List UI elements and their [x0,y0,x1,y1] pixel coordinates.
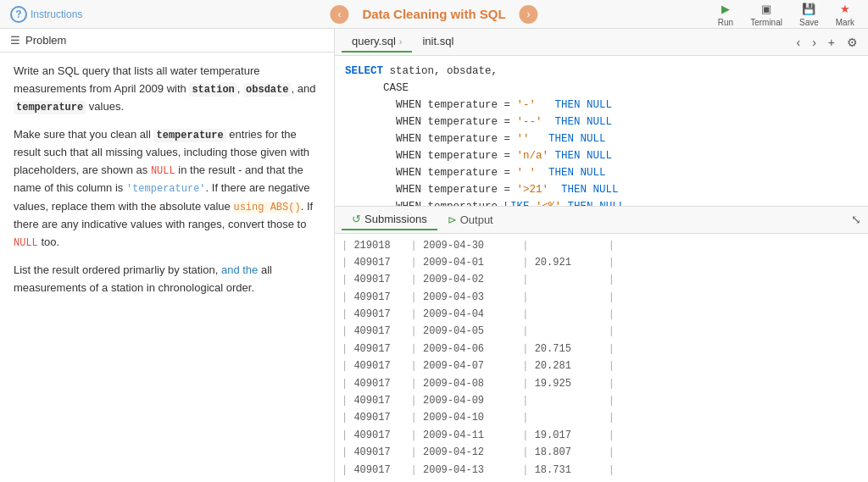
table-row: | 409017 | 2009-04-04 | | [342,306,861,323]
problem-tab[interactable]: ☰ Problem [0,29,334,53]
save-label: Save [799,18,819,27]
tab-output[interactable]: ⊳ Output [437,210,504,230]
tab-settings-button[interactable]: ⚙ [843,34,861,51]
table-row: | 409017 | 2009-04-13 | 18.731 | [342,462,861,479]
table-row: | 409017 | 2009-04-11 | 19.017 | [342,427,861,444]
p2-temperature-code: temperature [153,129,225,142]
mark-icon: ★ [837,2,853,17]
table-row: | 409017 | 2009-04-07 | 20.281 | [342,357,861,374]
table-row: | 409017 | 2009-04-12 | 18.807 | [342,444,861,461]
tab-query-label: query.sql [352,35,396,47]
table-row: | 219018 | 2009-04-30 | | [342,237,861,254]
tab-add-button[interactable]: + [825,34,838,51]
instructions-icon: ? [10,6,27,23]
code-line-10: WHEN temperature LIKE '<%' THEN NULL [345,198,858,206]
problem-paragraph1: Write an SQL query that lists all water … [14,63,320,116]
submissions-label: Submissions [364,213,427,225]
prev-button[interactable]: ‹ [330,5,348,24]
code-line-9: WHEN temperature = '>21' THEN NULL [345,181,858,198]
next-button[interactable]: › [520,5,538,24]
code-line-3: CASE [345,80,858,97]
p3-list: List the result ordered primarliy by sta… [14,263,221,276]
save-icon: 💾 [801,2,816,17]
tab-init-sql[interactable]: init.sql [412,31,464,53]
code-line-1: SELECT station, obsdate, [345,63,858,80]
right-panel: query.sql › init.sql ‹ › + ⚙ SELECT stat… [335,29,868,482]
page-title: Data Cleaning with SQL [362,7,505,21]
p2-null1: NULL [151,165,175,177]
tab-actions: ‹ › + ⚙ [793,34,861,51]
bottom-tab-right: ⤡ [851,213,861,226]
table-row: | 409017 | 2009-04-08 | 19.925 | [342,375,861,392]
problem-paragraph3: List the result ordered primarliy by sta… [14,262,320,297]
mark-label: Mark [836,18,854,27]
save-button[interactable]: 💾 Save [793,0,826,29]
p2-colname: 'temperature' [126,183,206,195]
bottom-tabs: ↺ Submissions ⊳ Output ⤡ [335,207,868,234]
problem-p1-comma1: , [237,82,243,95]
toolbar-right: ▶ Run ▣ Terminal 💾 Save ★ Mark [711,0,868,29]
tab-back-button[interactable]: ‹ [793,34,804,51]
run-label: Run [718,18,733,27]
problem-paragraph2: Make sure that you clean all temperature… [14,126,320,252]
title-section: ‹ Data Cleaning with SQL › [330,5,537,24]
output-table: | 219018 | 2009-04-30 | || 409017 | 2009… [335,234,868,482]
expand-button[interactable]: ⤡ [851,213,861,226]
problem-p1-obsdate: obsdate [243,83,291,97]
tab-init-label: init.sql [422,35,453,47]
p3-and: and the [221,263,258,276]
table-row: | 409017 | 2009-04-01 | 20.921 | [342,254,861,271]
problem-p1-station: station [189,83,236,97]
problem-tab-label: Problem [25,34,66,47]
tab-query-sql[interactable]: query.sql › [342,31,412,53]
table-row: | 409017 | 2009-04-06 | 20.715 | [342,341,861,357]
bottom-panel: ↺ Submissions ⊳ Output ⤡ | 219018 | 2009… [335,206,868,482]
code-line-6: WHEN temperature = '' THEN NULL [345,130,858,147]
instructions-label: Instructions [31,8,82,20]
problem-icon: ☰ [10,34,20,47]
output-icon: ⊳ [448,213,457,226]
main-layout: ☰ Problem Write an SQL query that lists … [0,29,868,482]
table-row: | 409017 | 2009-04-02 | | [342,271,861,288]
editor-tabs: query.sql › init.sql ‹ › + ⚙ [335,29,868,56]
p2-make: Make sure that you clean all [14,128,153,141]
code-line-5: WHEN temperature = '--' THEN NULL [345,114,858,130]
code-editor[interactable]: SELECT station, obsdate, CASE WHEN tempe… [335,56,868,206]
terminal-icon: ▣ [759,2,774,17]
table-row: | 409017 | 2009-04-10 | | [342,409,861,426]
submissions-icon: ↺ [352,213,361,225]
left-panel: ☰ Problem Write an SQL query that lists … [0,29,335,482]
table-row: | 409017 | 2009-04-09 | | [342,392,861,409]
instructions-section[interactable]: ? Instructions [0,6,92,23]
tab-forward-button[interactable]: › [809,34,820,51]
code-line-4: WHEN temperature = '-' THEN NULL [345,97,858,114]
table-row: | 409017 | 2009-04-05 | | [342,323,861,340]
problem-p1-end: values. [86,100,124,113]
problem-content: Write an SQL query that lists all water … [0,53,334,317]
code-line-7: WHEN temperature = 'n/a' THEN NULL [345,147,858,164]
tab-query-arrow: › [399,36,403,47]
run-icon: ▶ [718,2,733,17]
tab-submissions[interactable]: ↺ Submissions [342,209,437,230]
mark-button[interactable]: ★ Mark [829,0,861,29]
p2-end2: too. [38,235,59,248]
p2-null2: NULL [14,237,38,249]
top-bar: ? Instructions ‹ Data Cleaning with SQL … [0,0,868,29]
terminal-button[interactable]: ▣ Terminal [743,0,789,29]
problem-p1-temp: temperature [14,101,86,114]
code-line-8: WHEN temperature = ' ' THEN NULL [345,164,858,181]
run-button[interactable]: ▶ Run [711,0,740,29]
p2-abs: using ABS() [233,202,300,213]
terminal-label: Terminal [750,18,782,27]
problem-p1-comma2: , and [291,82,315,95]
table-row: | 409017 | 2009-04-03 | | [342,289,861,306]
output-label: Output [460,213,493,226]
